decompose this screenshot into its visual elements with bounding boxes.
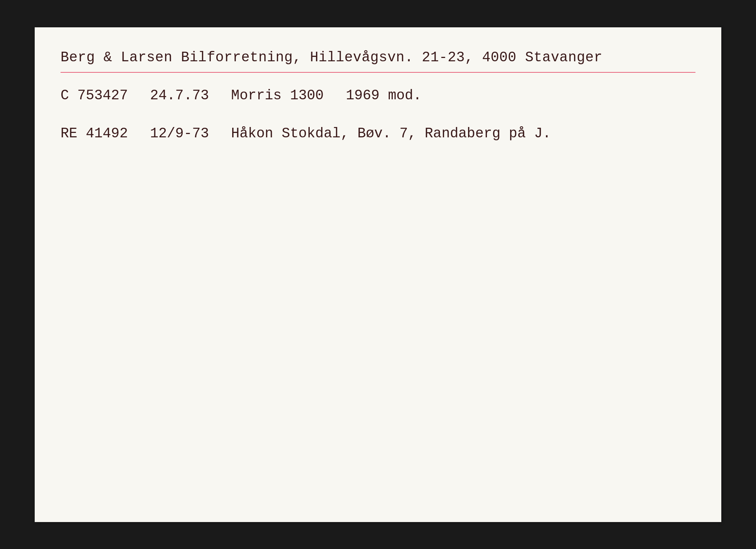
car-model: Morris 1300 <box>231 88 324 103</box>
car-year: 1969 mod. <box>346 88 422 103</box>
registration-row: RE 41492 12/9-73 Håkon Stokdal, Bøv. 7, … <box>61 126 695 141</box>
business-name: Berg & Larsen Bilforretning, Hillevågsvn… <box>61 49 602 65</box>
record-card: Berg & Larsen Bilforretning, Hillevågsvn… <box>35 27 721 522</box>
car-date: 24.7.73 <box>150 88 209 103</box>
chassis-number: C 753427 <box>61 88 128 103</box>
car-info-row: C 753427 24.7.73 Morris 1300 1969 mod. <box>61 88 695 103</box>
owner-info: Håkon Stokdal, Bøv. 7, Randaberg på J. <box>231 126 551 141</box>
card-header: Berg & Larsen Bilforretning, Hillevågsvn… <box>61 49 695 73</box>
registration-plate: RE 41492 <box>61 126 128 141</box>
registration-date: 12/9-73 <box>150 126 209 141</box>
